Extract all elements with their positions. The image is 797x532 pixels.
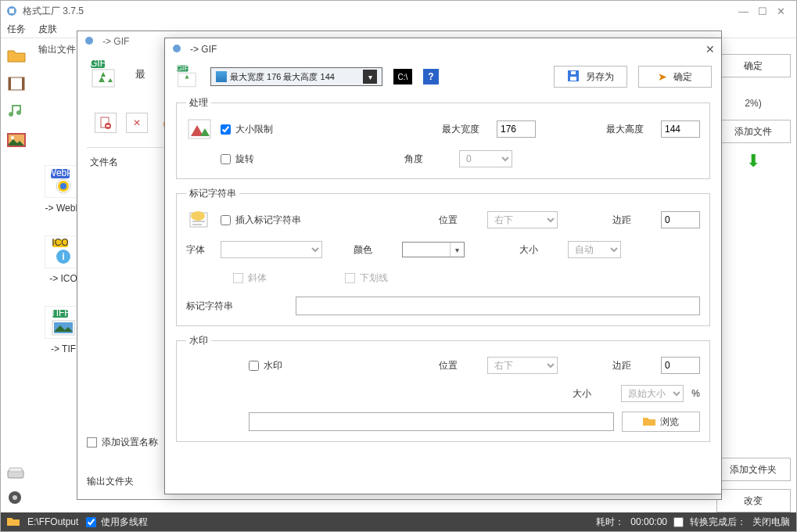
maximize-button[interactable]: ☐ — [758, 5, 767, 17]
max-height-label: 最大高度 — [606, 123, 653, 136]
dialog-titlebar: -> GIF ✕ — [165, 38, 721, 60]
add-setting-name-label: 添加设置名称 — [102, 436, 158, 449]
down-arrow-icon: ⬇ — [746, 151, 760, 171]
tag-string-input[interactable] — [296, 297, 700, 315]
svg-point-12 — [60, 183, 66, 189]
menu-skin[interactable]: 皮肤 — [38, 23, 57, 36]
preset-select[interactable]: 最大宽度 176 最大高度 144 ▾ — [210, 67, 382, 86]
add-setting-name-checkbox[interactable]: 添加设置名称 — [87, 436, 158, 449]
main-title: 格式工厂 3.7.5 — [23, 5, 738, 18]
tag-margin-input[interactable] — [661, 211, 700, 228]
video-icon[interactable] — [5, 74, 27, 93]
watermark-position-select[interactable]: 右下 — [487, 357, 558, 374]
svg-text:i: i — [62, 251, 64, 262]
angle-select[interactable]: 0 — [459, 150, 512, 167]
ok-button-label: 确定 — [744, 59, 763, 73]
menu-task[interactable]: 任务 — [7, 23, 26, 36]
color-label: 颜色 — [354, 243, 394, 257]
ok-label: 确定 — [673, 70, 692, 84]
add-folder-label: 添加文件夹 — [730, 463, 777, 476]
max-width-input[interactable] — [497, 120, 536, 138]
help-icon[interactable]: ? — [423, 69, 439, 84]
image-icon[interactable] — [5, 131, 27, 149]
italic-label: 斜体 — [248, 271, 267, 285]
left-toolbar — [1, 40, 32, 512]
app-icon — [171, 43, 184, 56]
size-limit-checkbox[interactable]: 大小限制 — [221, 123, 273, 136]
svg-rect-38 — [571, 71, 576, 74]
svg-point-24 — [13, 495, 17, 500]
svg-rect-37 — [570, 77, 576, 81]
font-select[interactable] — [221, 241, 322, 258]
tag-string-input-label: 标记字符串 — [186, 300, 257, 313]
processing-legend: 处理 — [186, 96, 211, 110]
format-label: -> TIF — [51, 343, 76, 354]
add-file-button[interactable]: 添加文件 — [716, 120, 791, 143]
change-button[interactable]: 改变 — [716, 489, 791, 512]
svg-point-32 — [173, 45, 181, 52]
dialog-body: 处理 大小限制 最大宽度 最大高度 旋转 角度 0 标记字符 — [165, 96, 721, 497]
svg-point-41 — [191, 211, 205, 221]
close-button[interactable]: ✕ — [777, 5, 785, 17]
svg-rect-43 — [192, 224, 202, 225]
multithread-checkbox[interactable]: 使用多线程 — [86, 516, 148, 529]
dialog-title: -> GIF — [190, 44, 705, 55]
tagstring-fieldset: 标记字符串 插入标记字符串 位置 右下 边距 字体 颜色 ▾ 大小 自动 — [176, 187, 710, 326]
dialog-toolbar: GIF 最大宽度 176 最大高度 144 ▾ C:\ ? 另存为 ➤ 确定 — [165, 60, 721, 93]
add-folder-button[interactable]: 添加文件夹 — [716, 458, 791, 481]
folder-small-icon[interactable] — [7, 516, 20, 528]
underline-checkbox[interactable]: 下划线 — [345, 271, 388, 285]
insert-tagstring-label: 插入标记字符串 — [235, 214, 301, 227]
main-titlebar: 格式工厂 3.7.5 — ☐ ✕ — [1, 1, 796, 21]
format-label: -> ICO — [49, 273, 77, 284]
watermark-path-input[interactable] — [249, 412, 614, 431]
command-line-icon[interactable]: C:\ — [393, 69, 412, 84]
browse-label: 浏览 — [660, 415, 679, 429]
change-label: 改变 — [744, 494, 763, 508]
clear-button[interactable]: ✕ — [126, 113, 148, 133]
svg-text:ICO: ICO — [52, 238, 68, 248]
drive-icon[interactable] — [7, 467, 24, 482]
folder-icon[interactable] — [5, 46, 27, 65]
gif-settings-dialog: -> GIF ✕ GIF 最大宽度 176 最大高度 144 ▾ C:\ ? 另… — [164, 38, 722, 494]
underline-label: 下划线 — [360, 271, 388, 285]
svg-text:WebP: WebP — [48, 167, 73, 178]
italic-checkbox[interactable]: 斜体 — [233, 271, 267, 285]
tag-position-select[interactable]: 右下 — [487, 211, 558, 228]
output-file-label: 输出文件 — [38, 43, 76, 56]
preset-short-label: 最 — [135, 58, 145, 81]
audio-icon[interactable] — [5, 102, 27, 121]
watermark-margin-input[interactable] — [661, 357, 700, 374]
max-height-input[interactable] — [661, 120, 700, 138]
close-icon[interactable]: ✕ — [705, 43, 715, 56]
processing-icon — [186, 117, 213, 141]
browse-button[interactable]: 浏览 — [622, 412, 700, 432]
remove-item-button[interactable] — [95, 113, 117, 133]
insert-tagstring-checkbox[interactable]: 插入标记字符串 — [221, 214, 301, 227]
window-controls: — ☐ ✕ — [738, 5, 792, 17]
ok-button-main[interactable]: 确定 — [716, 54, 791, 77]
output-path: E:\FFOutput — [27, 516, 78, 527]
svg-rect-3 — [9, 77, 11, 90]
elapsed-label: 耗时： — [596, 516, 624, 529]
minimize-button[interactable]: — — [738, 5, 749, 17]
after-convert-checkbox[interactable] — [673, 517, 684, 527]
ok-button[interactable]: ➤ 确定 — [638, 66, 712, 88]
color-select[interactable]: ▾ — [402, 242, 465, 257]
after-label: 转换完成后： — [690, 516, 746, 529]
watermark-legend: 水印 — [186, 334, 211, 347]
tag-size-select[interactable]: 自动 — [568, 241, 621, 258]
watermark-size-select[interactable]: 原始大小 — [621, 385, 684, 402]
save-as-button[interactable]: 另存为 — [554, 66, 627, 88]
rotate-checkbox[interactable]: 旋转 — [221, 153, 254, 166]
tagstring-legend: 标记字符串 — [186, 187, 239, 200]
rotate-label: 旋转 — [235, 153, 254, 166]
watermark-checkbox[interactable]: 水印 — [249, 359, 282, 372]
pct-label: % — [691, 388, 700, 399]
save-as-label: 另存为 — [586, 70, 614, 84]
chevron-down-icon: ▾ — [363, 70, 377, 84]
after-value: 关闭电脑 — [752, 516, 790, 529]
svg-rect-1 — [9, 9, 14, 13]
app-icon — [5, 5, 18, 17]
gear-icon[interactable] — [7, 490, 24, 508]
